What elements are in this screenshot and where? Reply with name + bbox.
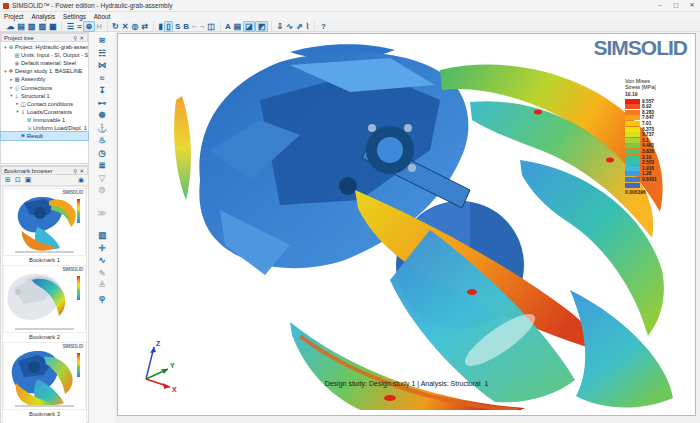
gear-icon[interactable]: ⚙ bbox=[98, 184, 106, 197]
pick-part-icon[interactable]: ◪ bbox=[243, 21, 256, 32]
pencil-icon[interactable]: ✎ bbox=[98, 267, 105, 280]
flow-icon[interactable]: ≫ bbox=[98, 207, 107, 220]
tree-item[interactable]: ▾⇓Loads/Constraints bbox=[1, 108, 88, 116]
maximize-button[interactable]: ▢ bbox=[668, 0, 684, 11]
virtual-connector-icon[interactable]: ⋈ bbox=[98, 59, 107, 72]
balance-icon[interactable]: ≜ bbox=[98, 279, 105, 292]
bookmark-logo: SIMSOLID bbox=[62, 344, 83, 349]
project-tree-title: Project tree bbox=[4, 35, 72, 41]
spot-weld-icon[interactable]: ☵ bbox=[98, 47, 106, 60]
rotate-view-icon[interactable]: ↻ bbox=[111, 22, 121, 31]
bookmark-thumbnail[interactable]: SIMSOLID bbox=[3, 188, 86, 256]
plug-person-icon[interactable]: φ bbox=[99, 292, 105, 305]
model-3d-view[interactable] bbox=[140, 40, 680, 410]
transform-icon[interactable]: ⇄ bbox=[140, 22, 150, 31]
close-button[interactable]: ✕ bbox=[684, 0, 700, 11]
panel-left-icon[interactable]: ▮ bbox=[157, 22, 164, 31]
help-button[interactable]: ? bbox=[315, 22, 332, 31]
filter-icon[interactable]: ▽ bbox=[99, 172, 106, 185]
tree-item[interactable]: ▾⊥Structural 1 bbox=[1, 92, 88, 100]
legend-tick-value: 5.1 bbox=[642, 138, 649, 143]
bookmark-item[interactable]: SIMSOLID Bookmark 2 bbox=[3, 265, 86, 341]
spring-load-icon[interactable]: ⌇ bbox=[304, 22, 311, 31]
globe-view-icon[interactable]: ⊜ bbox=[83, 21, 95, 32]
tree-item[interactable]: ▸▦Assembly bbox=[1, 75, 88, 83]
import-load-icon[interactable]: ⇩ bbox=[275, 22, 285, 31]
bookmark-item[interactable]: SIMSOLID Bookmark 1 bbox=[3, 188, 86, 264]
fit-view-icon[interactable]: ✕ bbox=[120, 22, 130, 31]
tree-item[interactable]: ≣Immovable 1 bbox=[1, 116, 88, 124]
minimize-button[interactable]: – bbox=[652, 0, 668, 11]
menu-item-settings[interactable]: Settings bbox=[59, 13, 90, 20]
notes-icon[interactable]: ▤ bbox=[232, 22, 243, 31]
bookmark-tile-icon[interactable]: ▣ bbox=[23, 176, 34, 184]
menu-item-about[interactable]: About bbox=[90, 13, 114, 20]
list-view-icon[interactable]: ☰ bbox=[65, 22, 75, 31]
legend-swatch bbox=[625, 160, 640, 165]
legend-tick-value: 2.553 bbox=[642, 160, 654, 165]
menu-item-analysis[interactable]: Analysis bbox=[28, 13, 59, 20]
battery-icon[interactable]: ▥ bbox=[98, 229, 106, 242]
new-project-icon[interactable]: ▤ bbox=[16, 22, 27, 31]
measure-icon[interactable]: A bbox=[224, 22, 233, 31]
pick-face-icon[interactable]: ◩ bbox=[255, 21, 268, 32]
tree-item[interactable]: ◉Default material: Steel bbox=[1, 59, 88, 67]
h-tool-icon[interactable]: H bbox=[95, 22, 104, 31]
tree-item[interactable]: ▦Units: Input - SI, Output - SI bbox=[1, 51, 88, 59]
tree-node-icon: ⇲ bbox=[26, 125, 32, 131]
rigid-link-icon[interactable]: ⚓ bbox=[97, 122, 108, 135]
tree-node-icon: ≣ bbox=[26, 117, 32, 123]
pin-joint-icon[interactable]: ⊷ bbox=[98, 97, 107, 110]
bookmark-logo: SIMSOLID bbox=[62, 190, 83, 195]
sort-list-icon[interactable]: ≣ bbox=[98, 159, 105, 172]
save-icon[interactable]: ▦ bbox=[48, 22, 59, 31]
open-folder-icon[interactable]: ▧ bbox=[27, 22, 38, 31]
binoculars-icon[interactable]: ◫ bbox=[206, 22, 217, 31]
legend-band bbox=[625, 182, 673, 188]
close-icon[interactable]: ✕ bbox=[78, 35, 85, 41]
bolt-icon[interactable]: ↧ bbox=[98, 84, 105, 97]
section-b-icon[interactable]: B bbox=[182, 22, 191, 31]
lift-icon[interactable]: ⇗ bbox=[294, 22, 304, 31]
bracket-left-icon[interactable]: ⌐ bbox=[191, 22, 199, 31]
tree-item-label: Uniform Load/Displ. 1 bbox=[33, 125, 87, 131]
copy-bookmark-icon[interactable]: ⊞ bbox=[3, 176, 13, 184]
tree-item[interactable]: ⇲Uniform Load/Displ. 1 bbox=[1, 124, 88, 132]
bookmark-thumbnail[interactable]: SIMSOLID bbox=[3, 265, 86, 333]
close-icon[interactable]: ✕ bbox=[78, 168, 85, 174]
tree-item[interactable]: ▾⊕Project: Hydraulic-grab-assembly bbox=[1, 43, 88, 51]
left-panel-column: Project tree ⚲ ✕ ▾⊕Project: Hydraulic-gr… bbox=[0, 32, 89, 423]
weld-group-icon[interactable]: ♨ bbox=[98, 134, 106, 147]
tree-item[interactable]: ▸◫Contact conditions bbox=[1, 100, 88, 108]
bookmark-item[interactable]: SIMSOLID Bookmark 3 bbox=[3, 342, 86, 418]
bookmark-list: SIMSOLID Bookmark 1 bbox=[2, 186, 87, 423]
seam-weld-icon[interactable]: ≋ bbox=[98, 34, 105, 47]
compare-icon[interactable]: = bbox=[75, 22, 83, 31]
panel-right-icon[interactable]: ▯ bbox=[164, 21, 173, 32]
spring-icon[interactable]: ≈ bbox=[100, 72, 105, 85]
legend-tick-value: 8.283 bbox=[642, 110, 654, 115]
bearing-icon[interactable]: ☸ bbox=[98, 109, 106, 122]
camera-icon[interactable]: ◉ bbox=[76, 176, 86, 184]
tree-item-label: Assembly bbox=[21, 76, 45, 82]
toolbar-group: ⇩∿⇗⌇ bbox=[272, 21, 315, 31]
look-at-icon[interactable]: ◎ bbox=[130, 22, 140, 31]
bookmark-label: Bookmark 3 bbox=[3, 410, 86, 418]
tree-item[interactable]: ▸◎Connections bbox=[1, 83, 88, 91]
tree-item[interactable]: ⚑Result bbox=[1, 132, 88, 140]
section-s-icon[interactable]: S bbox=[173, 22, 181, 31]
time-history-icon[interactable]: ◷ bbox=[98, 147, 105, 160]
tree-item-label: Result bbox=[27, 133, 43, 139]
bookmark-thumbnail[interactable]: SIMSOLID bbox=[3, 342, 86, 410]
graph-icon[interactable]: ∿ bbox=[98, 254, 105, 267]
viewport[interactable]: SIMSOLID bbox=[117, 33, 696, 416]
folder-icon[interactable]: ▨ bbox=[37, 22, 48, 31]
tree-item[interactable]: ▾❖Design study 1, BASELINE bbox=[1, 67, 88, 75]
socket-icon[interactable]: ✛ bbox=[98, 242, 105, 255]
bookmark-window-icon[interactable]: ⊡ bbox=[13, 176, 23, 184]
bracket-right-icon[interactable]: ¬ bbox=[198, 22, 206, 31]
open-cloud-icon[interactable]: ☁ bbox=[5, 22, 16, 31]
menu-item-project[interactable]: Project bbox=[0, 13, 28, 20]
legend-swatch bbox=[625, 171, 640, 176]
frequency-icon[interactable]: ∿ bbox=[285, 22, 295, 31]
